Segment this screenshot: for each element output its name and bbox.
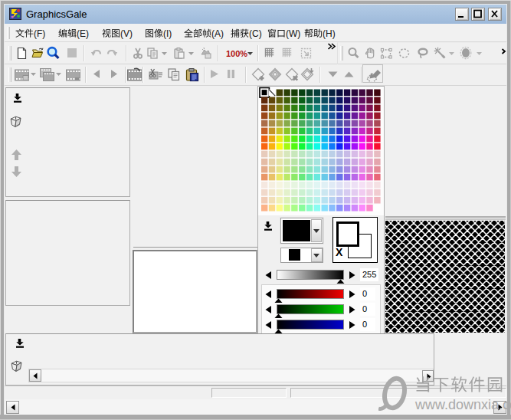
svg-text:): ) — [129, 28, 133, 39]
svg-text:V: V — [123, 28, 129, 39]
svg-text:): ) — [169, 28, 172, 39]
svg-text:F: F — [37, 28, 42, 39]
svg-text:): ) — [259, 28, 262, 39]
svg-text:A: A — [215, 28, 221, 39]
svg-text:): ) — [86, 28, 89, 39]
svg-text:): ) — [332, 28, 336, 39]
svg-text:): ) — [42, 28, 45, 39]
svg-text:): ) — [297, 28, 300, 39]
svg-text:C: C — [252, 28, 259, 39]
svg-text:H: H — [326, 28, 332, 39]
svg-text:W: W — [289, 28, 298, 39]
svg-text:): ) — [221, 28, 224, 39]
svg-text:E: E — [80, 28, 86, 39]
